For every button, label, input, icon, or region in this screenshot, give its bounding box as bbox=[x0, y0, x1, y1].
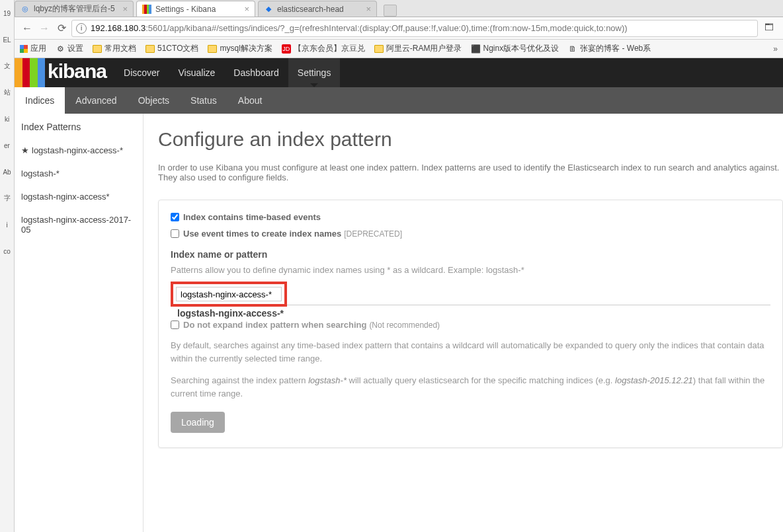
page-intro: In order to use Kibana you must configur… bbox=[158, 163, 783, 182]
strip-item: 文 bbox=[0, 53, 14, 79]
nav-dashboard[interactable]: Dashboard bbox=[224, 58, 288, 87]
favicon-icon: ◆ bbox=[264, 5, 273, 14]
translate-icon[interactable]: 🗔 bbox=[764, 22, 778, 35]
favicon-icon bbox=[142, 5, 151, 14]
time-based-checkbox[interactable] bbox=[171, 213, 179, 221]
index-patterns-sidebar: Index Patterns ★logstash-nginx-access-* … bbox=[15, 114, 144, 532]
bookmark-item[interactable]: 51CTO文档 bbox=[145, 43, 198, 54]
strip-item: ki bbox=[0, 106, 14, 132]
folder-icon bbox=[145, 44, 155, 54]
url-host: 192.168.180.3 bbox=[91, 23, 145, 33]
nav-discover[interactable]: Discover bbox=[114, 58, 169, 87]
url-path: /app/kibana#/settings/indices/?_g=(refre… bbox=[167, 23, 628, 33]
strip-item: er bbox=[0, 132, 14, 159]
close-tab-icon[interactable]: × bbox=[366, 4, 371, 14]
close-tab-icon[interactable]: × bbox=[244, 4, 249, 14]
strip-item: 站 bbox=[0, 79, 14, 106]
strip-item: Ab bbox=[0, 159, 14, 185]
nav-settings[interactable]: Settings bbox=[288, 58, 341, 87]
nginx-icon: ⬛ bbox=[471, 44, 480, 54]
kibana-main: Configure an index pattern In order to u… bbox=[144, 114, 783, 532]
browser-tab[interactable]: ◎ lqbyz的博客管理后台-5 × bbox=[15, 1, 134, 17]
back-button[interactable]: ← bbox=[20, 21, 34, 36]
site-info-icon[interactable]: i bbox=[76, 23, 87, 34]
index-name-input[interactable] bbox=[176, 287, 282, 301]
kibana-logo[interactable]: kibana bbox=[15, 58, 114, 87]
apps-icon bbox=[20, 45, 28, 53]
help-paragraph-2: Searching against the index pattern logs… bbox=[171, 374, 770, 400]
bookmark-item[interactable]: ⬛Nginx版本号优化及设 bbox=[471, 43, 559, 54]
forward-button[interactable]: → bbox=[37, 21, 52, 36]
sidebar-header: Index Patterns bbox=[15, 114, 143, 139]
index-name-label: Index name or pattern bbox=[171, 249, 770, 260]
new-tab-button[interactable] bbox=[384, 5, 397, 17]
help-paragraph-1: By default, searches against any time-ba… bbox=[171, 339, 770, 365]
index-pattern-form: Index contains time-based events Use eve… bbox=[158, 200, 783, 448]
favicon-icon: ◎ bbox=[21, 5, 30, 14]
strip-item: co bbox=[0, 238, 14, 264]
address-bar[interactable]: i 192.168.180.3:5601/app/kibana#/setting… bbox=[71, 20, 758, 37]
subnav-objects[interactable]: Objects bbox=[128, 87, 180, 114]
strip-item: EL bbox=[0, 26, 14, 53]
sidebar-item[interactable]: ★logstash-nginx-access-* bbox=[15, 139, 143, 162]
subnav-indices[interactable]: Indices bbox=[15, 87, 65, 114]
tab-title: Settings - Kibana bbox=[155, 5, 240, 14]
browser-tabstrip: ◎ lqbyz的博客管理后台-5 × Settings - Kibana × ◆… bbox=[15, 0, 783, 17]
bookmark-apps[interactable]: 应用 bbox=[20, 43, 46, 54]
checkbox-time-based[interactable]: Index contains time-based events bbox=[171, 212, 770, 222]
left-window-strip: 19 EL 文 站 ki er Ab 字 i co bbox=[0, 0, 15, 532]
event-times-checkbox[interactable] bbox=[171, 229, 179, 238]
bookmark-item[interactable]: 常用文档 bbox=[93, 43, 136, 54]
bookmark-item[interactable]: mysql解决方案 bbox=[208, 43, 272, 54]
star-icon: ★ bbox=[21, 145, 29, 155]
page-icon: 🗎 bbox=[568, 44, 577, 54]
folder-icon bbox=[208, 44, 217, 54]
kibana-body: Index Patterns ★logstash-nginx-access-* … bbox=[15, 114, 783, 532]
url-port: :5601 bbox=[145, 23, 167, 33]
subnav-advanced[interactable]: Advanced bbox=[65, 87, 127, 114]
no-expand-checkbox[interactable] bbox=[171, 321, 179, 329]
kibana-header: kibana Discover Visualize Dashboard Sett… bbox=[15, 58, 783, 87]
nav-visualize[interactable]: Visualize bbox=[169, 58, 225, 87]
kibana-logo-text: kibana bbox=[48, 60, 106, 83]
index-name-input-highlight bbox=[171, 282, 287, 307]
subnav-status[interactable]: Status bbox=[180, 87, 227, 114]
browser-tab[interactable]: ◆ elasticsearch-head × bbox=[258, 1, 377, 17]
settings-subnav: Indices Advanced Objects Status About bbox=[15, 87, 783, 114]
checkbox-event-times[interactable]: Use event times to create index names [D… bbox=[171, 229, 770, 239]
browser-toolbar: ← → ⟳ i 192.168.180.3:5601/app/kibana#/s… bbox=[15, 17, 783, 40]
bookmarks-overflow-icon[interactable]: » bbox=[773, 44, 778, 54]
index-suggestion[interactable]: logstash-nginx-access-* bbox=[177, 308, 770, 319]
close-tab-icon[interactable]: × bbox=[122, 4, 128, 14]
bookmark-item[interactable]: ⚙设置 bbox=[56, 43, 83, 54]
reload-button[interactable]: ⟳ bbox=[54, 21, 69, 36]
gear-icon: ⚙ bbox=[56, 44, 65, 54]
strip-item: 字 bbox=[0, 185, 14, 211]
sidebar-item[interactable]: logstash-nginx-access* bbox=[15, 185, 143, 208]
page-title: Configure an index pattern bbox=[158, 128, 783, 151]
kibana-nav: Discover Visualize Dashboard Settings bbox=[114, 58, 340, 87]
loading-button[interactable]: Loading bbox=[171, 412, 225, 433]
index-name-hint: Patterns allow you to define dynamic ind… bbox=[171, 265, 770, 275]
bookmark-item[interactable]: JD【京东会员】京豆兑 bbox=[282, 43, 365, 54]
tab-title: lqbyz的博客管理后台-5 bbox=[34, 3, 118, 15]
tab-title: elasticsearch-head bbox=[277, 5, 362, 14]
sidebar-item[interactable]: logstash-* bbox=[15, 162, 143, 185]
checkbox-no-expand[interactable]: Do not expand index pattern when searchi… bbox=[171, 320, 770, 330]
folder-icon bbox=[374, 44, 384, 54]
subnav-about[interactable]: About bbox=[227, 87, 273, 114]
bookmark-item[interactable]: 🗎张宴的博客 - Web系 bbox=[568, 43, 651, 54]
folder-icon bbox=[93, 44, 102, 54]
bookmarks-bar: 应用 ⚙设置 常用文档 51CTO文档 mysql解决方案 JD【京东会员】京豆… bbox=[15, 40, 783, 58]
bookmark-item[interactable]: 阿里云-RAM用户登录 bbox=[374, 43, 462, 54]
strip-item: 19 bbox=[0, 0, 14, 26]
browser-tab[interactable]: Settings - Kibana × bbox=[136, 1, 255, 17]
jd-icon: JD bbox=[282, 44, 291, 54]
sidebar-item[interactable]: logstash-nginx-access-2017-05 bbox=[15, 208, 143, 241]
strip-item: i bbox=[0, 211, 14, 238]
kibana-logo-bars-icon bbox=[15, 58, 45, 87]
